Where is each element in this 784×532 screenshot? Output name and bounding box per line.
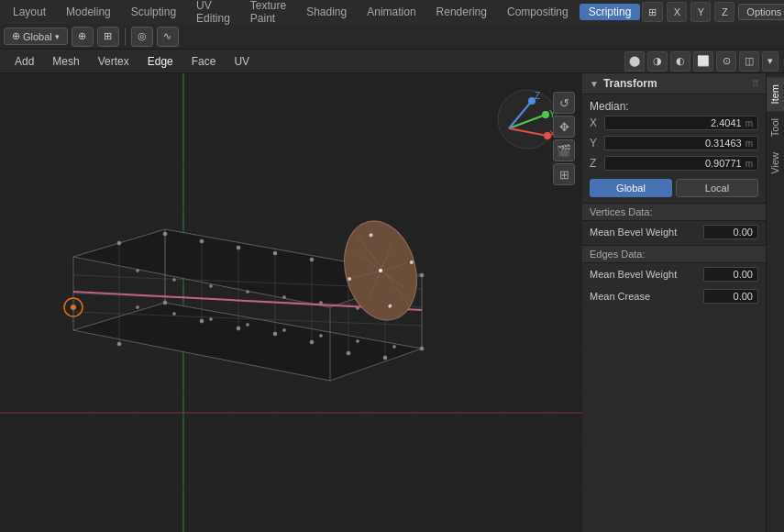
svg-point-54	[137, 270, 139, 272]
svg-point-53	[420, 347, 424, 350]
viewport-shading-rendered[interactable]: ⬤	[624, 51, 645, 72]
svg-point-45	[117, 342, 121, 346]
vertices-data-header: Vertices Data:	[582, 203, 766, 221]
options-btn[interactable]: Options	[738, 4, 784, 20]
svg-point-82	[379, 269, 382, 272]
header-menu-uv[interactable]: UV	[225, 53, 259, 70]
y-value-field[interactable]: 0.31463 m	[604, 136, 758, 150]
vtab-view[interactable]: View	[767, 145, 785, 182]
svg-point-50	[310, 340, 314, 344]
axis-z-btn[interactable]: Z	[714, 2, 734, 22]
transform-z-row: Z 0.90771 m	[582, 153, 766, 173]
x-value-field[interactable]: 2.4041 m	[604, 116, 758, 130]
svg-point-62	[137, 306, 139, 309]
svg-point-58	[283, 296, 286, 299]
edges-data-header: Edges Data:	[582, 245, 766, 263]
menu-tab-uv-editing[interactable]: UV Editing	[187, 0, 239, 27]
3d-viewport[interactable]: Y Z X	[0, 73, 582, 532]
svg-point-49	[273, 332, 277, 336]
svg-point-52	[383, 356, 387, 360]
svg-point-37	[163, 232, 167, 236]
header-menu: Add Mesh Vertex Edge Face UV ⬤ ◑ ◐ ⬜ ⊙ ◫…	[0, 50, 784, 73]
svg-point-68	[357, 340, 359, 343]
x-axis-label: X	[590, 116, 604, 129]
gizmo-btn[interactable]: ⊕	[72, 27, 94, 47]
edges-bevel-value[interactable]: 0.00	[703, 267, 758, 282]
vtab-item[interactable]: Item	[767, 77, 785, 111]
menu-tab-texture-paint[interactable]: Texture Paint	[241, 0, 295, 27]
transform-panel-header[interactable]: ▼ Transform ⠿	[582, 73, 766, 94]
svg-point-72	[71, 305, 76, 310]
menu-tab-animation[interactable]: Animation	[358, 4, 425, 20]
svg-point-59	[320, 302, 323, 305]
svg-point-65	[247, 324, 249, 327]
viewport-shading-material[interactable]: ◑	[647, 51, 668, 72]
svg-point-48	[237, 327, 240, 330]
header-menu-mesh[interactable]: Mesh	[43, 53, 88, 70]
falloff-btn[interactable]: ∿	[157, 27, 179, 47]
svg-point-44	[420, 273, 424, 277]
z-value-field[interactable]: 0.90771 m	[604, 156, 758, 171]
edges-crease-value[interactable]: 0.00	[703, 289, 758, 304]
viewport-overlay-btn[interactable]: ⊙	[716, 51, 736, 72]
top-menu-bar: Layout Modeling Sculpting UV Editing Tex…	[0, 0, 784, 24]
svg-point-51	[347, 351, 350, 355]
svg-point-38	[200, 239, 204, 243]
viewport-toolbar: ⊕ Global ⊕ ⊞ ◎ ∿	[0, 24, 784, 50]
coord-space-buttons: Global Local	[582, 175, 766, 201]
viewport-tool-sidebar: ↺ ✥ 🎬 ⊞	[553, 83, 577, 185]
proportional-btn[interactable]: ◎	[131, 27, 153, 47]
grid-tool-btn[interactable]: ⊞	[553, 163, 575, 185]
menu-tab-sculpting[interactable]: Sculpting	[122, 4, 185, 20]
toolbar-sep-1	[125, 28, 126, 45]
vertices-bevel-label: Mean Bevel Weight	[590, 227, 700, 238]
median-label: Median:	[582, 98, 766, 113]
axis-y-btn[interactable]: Y	[690, 2, 711, 22]
header-menu-edge[interactable]: Edge	[138, 53, 182, 70]
transform-panel-title: Transform	[603, 77, 657, 90]
scene-svg: Y Z X	[0, 73, 582, 532]
vertices-bevel-value[interactable]: 0.00	[703, 225, 758, 239]
header-menu-face[interactable]: Face	[182, 53, 226, 70]
axis-x-btn[interactable]: X	[667, 2, 687, 22]
svg-point-63	[173, 313, 176, 316]
vtab-tool[interactable]: Tool	[767, 111, 785, 144]
cursor-tool-btn[interactable]: ↺	[553, 92, 575, 114]
properties-panel: ▼ Transform ⠿ Median: X 2.4041 m Y 0.314…	[582, 73, 766, 532]
view-selector[interactable]: ⊕ Global	[4, 28, 68, 45]
engine-selector[interactable]: ⊞	[642, 2, 663, 22]
local-btn[interactable]: Local	[676, 179, 758, 197]
viewport-shading-wireframe[interactable]: ⬜	[693, 51, 713, 72]
transform-collapse-arrow: ▼	[590, 79, 599, 89]
svg-point-47	[200, 319, 204, 323]
header-menu-add[interactable]: Add	[6, 53, 43, 70]
vertical-tab-bar: Item Tool View	[766, 73, 784, 532]
global-btn[interactable]: Global	[590, 179, 672, 197]
menu-tab-rendering[interactable]: Rendering	[427, 4, 496, 20]
svg-point-46	[163, 301, 167, 305]
menu-tab-shading[interactable]: Shading	[297, 4, 356, 20]
viewport-shading-solid[interactable]: ◐	[670, 51, 690, 72]
y-axis-label: Y	[590, 137, 604, 150]
svg-point-56	[210, 285, 213, 288]
menu-tab-modeling[interactable]: Modeling	[57, 4, 120, 20]
viewport-dropdown-btn[interactable]: ▾	[762, 51, 778, 72]
transform-panel-body: Median: X 2.4041 m Y 0.31463 m Z 0.90771…	[582, 94, 766, 311]
menu-tab-compositing[interactable]: Compositing	[498, 4, 578, 20]
snap-btn[interactable]: ⊞	[97, 27, 119, 47]
svg-point-83	[498, 90, 557, 149]
move-tool-btn[interactable]: ✥	[553, 116, 575, 138]
edges-bevel-weight-row: Mean Bevel Weight 0.00	[582, 263, 766, 285]
svg-point-69	[393, 346, 396, 349]
svg-point-55	[173, 279, 176, 282]
svg-point-57	[247, 291, 249, 294]
transform-x-row: X 2.4041 m	[582, 113, 766, 133]
camera-tool-btn[interactable]: 🎬	[553, 139, 575, 161]
menu-tab-scripting[interactable]: Scripting	[580, 4, 641, 20]
menu-tab-layout[interactable]: Layout	[4, 4, 55, 20]
viewport-xray-btn[interactable]: ◫	[739, 51, 759, 72]
svg-text:Z: Z	[535, 91, 540, 101]
vertices-bevel-weight-row: Mean Bevel Weight 0.00	[582, 221, 766, 243]
header-menu-vertex[interactable]: Vertex	[89, 53, 138, 70]
transform-y-row: Y 0.31463 m	[582, 133, 766, 153]
